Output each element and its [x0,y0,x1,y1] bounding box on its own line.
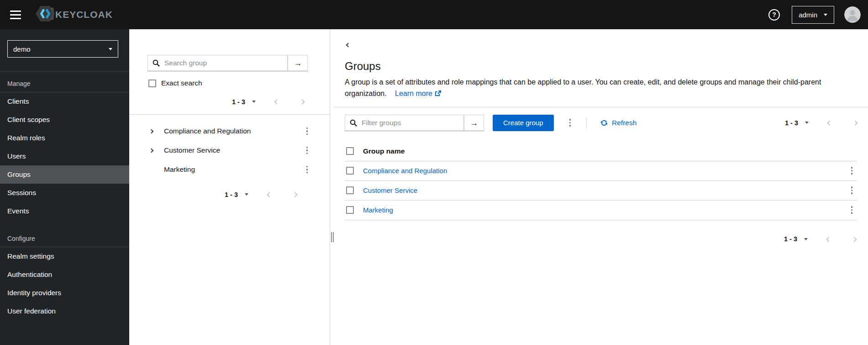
pagination-options-menu[interactable]: 1 - 3 [229,96,258,107]
toolbar-divider [586,117,587,129]
nav-section-title: Manage [0,72,129,92]
pagination-prev-button[interactable] [822,116,837,130]
sidebar-item-user-federation[interactable]: User federation [0,302,129,320]
chevron-right-icon [292,192,297,197]
pagination-next-button[interactable] [848,116,863,130]
table-row: Marketing [345,201,857,220]
realm-selector[interactable]: demo [7,40,118,58]
external-link-icon [435,90,441,96]
chevron-down-icon [805,122,809,124]
avatar[interactable] [844,6,861,23]
group-link[interactable]: Marketing [363,206,393,214]
sidebar-item-groups[interactable]: Groups [0,165,129,184]
chevron-right-icon [852,237,857,242]
search-icon [153,59,160,67]
drawer-collapse-button[interactable] [345,40,352,49]
group-tree: Compliance and Regulation Customer Servi… [129,115,330,179]
table-bottom-pagination: 1 - 3 [781,232,862,246]
table-row: Compliance and Regulation [345,161,857,181]
search-group-input[interactable] [147,55,288,71]
chevron-left-icon [346,43,351,48]
group-link[interactable]: Customer Service [363,186,417,194]
refresh-button[interactable]: Refresh [600,119,637,127]
pagination-options-menu[interactable]: 1 - 3 [222,189,251,200]
toolbar-kebab-menu-button[interactable] [566,116,575,129]
sidebar-item-events[interactable]: Events [0,202,129,220]
masthead: KEYCLOAK ? admin [0,0,868,29]
chevron-left-icon [827,120,832,125]
expand-group-toggle[interactable] [147,127,155,135]
sidebar-nav: demo Manage Clients Client scopes Realm … [0,29,129,345]
refresh-label: Refresh [612,119,637,127]
kebab-menu-button[interactable] [303,163,312,176]
pagination-range: 1 - 3 [785,119,798,127]
kebab-menu-button[interactable] [847,203,857,217]
pagination-prev-button[interactable] [821,232,836,246]
tree-item-customer-service: Customer Service [129,141,330,160]
group-tree-panel: → Exact search 1 - 3 Compliance and Regu… [129,29,330,345]
help-icon[interactable]: ? [768,9,780,21]
groups-main-panel: Groups A group is a set of attributes an… [334,29,868,345]
chevron-down-icon [824,14,827,16]
chevron-left-icon [274,99,279,104]
filter-groups-input[interactable] [345,115,464,131]
group-name[interactable]: Marketing [164,165,195,174]
pagination-prev-button[interactable] [269,95,284,109]
search-submit-button[interactable]: → [288,55,308,71]
sidebar-item-realm-settings[interactable]: Realm settings [0,247,129,265]
group-name[interactable]: Compliance and Regulation [164,127,251,135]
realm-selector-value: demo [13,45,31,53]
nav-toggle-button[interactable] [6,7,25,23]
pagination-next-button[interactable] [288,187,302,202]
kebab-menu-button[interactable] [847,164,857,177]
sidebar-item-clients[interactable]: Clients [0,92,129,111]
chevron-right-icon [149,129,153,133]
group-link[interactable]: Compliance and Regulation [363,167,447,175]
group-name[interactable]: Customer Service [164,146,220,154]
kebab-menu-button[interactable] [303,125,312,138]
sidebar-item-client-scopes[interactable]: Client scopes [0,111,129,129]
sidebar-item-users[interactable]: Users [0,147,129,165]
tree-item-marketing: Marketing [129,160,330,179]
tree-top-pagination: 1 - 3 [229,95,310,109]
pagination-options-menu[interactable]: 1 - 3 [782,117,811,128]
page-description: A group is a set of attributes and role … [345,77,857,100]
nav-section-title: Configure [0,227,129,247]
panel-resize-handle[interactable] [330,29,334,345]
row-checkbox[interactable] [346,206,354,214]
filter-submit-button[interactable]: → [464,115,484,131]
learn-more-link[interactable]: Learn more [395,90,441,97]
expand-group-toggle[interactable] [147,147,155,154]
keycloak-logo[interactable]: KEYCLOAK [36,5,113,24]
create-group-button[interactable]: Create group [493,115,554,131]
column-header-group-name: Group name [363,147,405,155]
chevron-right-icon [852,120,857,125]
pagination-range: 1 - 3 [784,235,797,243]
row-checkbox[interactable] [346,186,354,194]
pagination-next-button[interactable] [295,95,310,109]
chevron-left-icon [826,237,831,242]
tree-item-compliance-and-regulation: Compliance and Regulation [129,122,330,141]
keycloak-logo-icon [36,5,55,24]
search-icon [350,119,357,127]
user-menu-dropdown[interactable]: admin [792,6,834,24]
table-row: Customer Service [345,181,857,201]
nav-section-configure: Configure Realm settings Authentication … [0,227,129,320]
user-menu-label: admin [799,11,817,19]
groups-toolbar: → Create group Refresh 1 - 3 [334,107,868,138]
sidebar-item-realm-roles[interactable]: Realm roles [0,129,129,147]
kebab-menu-button[interactable] [847,184,857,197]
sidebar-item-sessions[interactable]: Sessions [0,184,129,202]
pagination-next-button[interactable] [847,232,862,246]
select-all-checkbox[interactable] [346,147,354,155]
resize-grip-icon [331,232,334,242]
kebab-menu-button[interactable] [303,144,312,157]
pagination-options-menu[interactable]: 1 - 3 [781,234,810,244]
exact-search-checkbox[interactable] [148,80,156,87]
chevron-down-icon [109,48,112,50]
sidebar-item-authentication[interactable]: Authentication [0,265,129,284]
pagination-prev-button[interactable] [262,187,277,202]
sidebar-item-identity-providers[interactable]: Identity providers [0,284,129,302]
page-title: Groups [345,60,857,73]
row-checkbox[interactable] [346,167,354,175]
